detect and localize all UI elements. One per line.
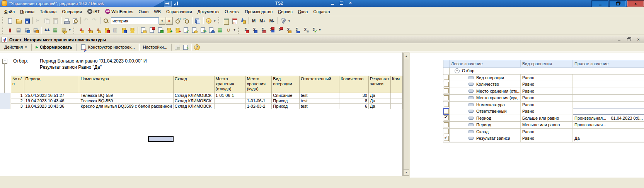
memory-button-m[interactable]: M xyxy=(250,17,257,24)
report-cell[interactable] xyxy=(245,93,272,98)
redo-button[interactable] xyxy=(90,17,99,25)
info-button[interactable] xyxy=(204,17,213,25)
copy-button[interactable] xyxy=(43,17,51,25)
left-value-column-header[interactable]: Левое значение xyxy=(450,60,521,67)
menu-item-windows[interactable]: Окна xyxy=(295,8,311,15)
filter-checkbox[interactable] xyxy=(444,82,449,87)
filter-comparison-cell[interactable]: Равно xyxy=(521,108,573,115)
filter-value-cell[interactable]: Произвольная...01.04.2023 0:0... xyxy=(573,115,644,122)
report-cell[interactable] xyxy=(391,98,402,104)
session-close-button[interactable]: × xyxy=(347,0,354,5)
menu-item-ibt[interactable]: iBT xyxy=(85,8,103,15)
scroll-down-button[interactable]: ▼ xyxy=(403,169,409,176)
collapse-group-button[interactable]: − xyxy=(2,59,7,64)
print-preview-button[interactable] xyxy=(71,17,79,25)
doc-coins-button[interactable] xyxy=(190,26,199,34)
report-window-titlebar[interactable]: Отчет История мест хранения номенклатуры… xyxy=(0,36,644,43)
find-button[interactable] xyxy=(102,17,110,25)
report-people-button[interactable] xyxy=(259,26,267,34)
dropdown-arrow-icon[interactable]: ▾ xyxy=(318,28,322,32)
settings-constructor-button[interactable]: Конструктор настроек... xyxy=(78,43,138,51)
report-flag-blue-button[interactable] xyxy=(267,26,276,34)
report-cell[interactable]: Тележка BQ-559 xyxy=(79,93,173,98)
collapse-minus-icon[interactable]: − xyxy=(455,68,460,73)
filter-comparison-cell[interactable]: Равно xyxy=(521,102,573,108)
menu-item-help[interactable]: Справка xyxy=(310,8,332,15)
paste-button[interactable] xyxy=(51,17,60,25)
buyer-payment-button[interactable] xyxy=(94,26,102,34)
handshake-button[interactable] xyxy=(224,26,233,34)
doc-approve-button[interactable] xyxy=(182,26,190,34)
report-minimize-button[interactable] xyxy=(616,37,622,42)
right-value-column-header[interactable]: Правое значение xyxy=(573,60,644,67)
calculator-button[interactable] xyxy=(222,17,230,25)
filter-checkbox-cell[interactable] xyxy=(443,122,450,128)
actions-menu-button[interactable]: Действия ▼ xyxy=(2,43,30,51)
report-cell[interactable] xyxy=(214,98,245,104)
dropdown-arrow-icon[interactable]: ▾ xyxy=(68,28,72,32)
filter-field-cell[interactable]: Ответственный xyxy=(450,108,521,115)
cut-button[interactable] xyxy=(34,17,43,25)
load-settings-button[interactable] xyxy=(181,43,190,51)
save-button[interactable] xyxy=(23,17,31,25)
filter-field-cell[interactable]: Количество xyxy=(450,81,521,88)
report-cell[interactable] xyxy=(391,93,402,98)
calendar-button[interactable] xyxy=(230,17,239,25)
filter-checkbox-cell[interactable] xyxy=(443,81,450,88)
dropdown-arrow-icon[interactable]: ▾ xyxy=(288,19,291,23)
report-cell[interactable]: Да xyxy=(369,93,391,98)
copies-button[interactable] xyxy=(193,17,202,25)
filter-comparison-cell[interactable]: Больше или равно xyxy=(521,115,573,122)
menu-item-directories[interactable]: Справочники xyxy=(164,8,195,15)
filter-comparison-cell[interactable]: Равно xyxy=(521,81,573,88)
coins-stack-button[interactable] xyxy=(128,26,136,34)
open-button[interactable] xyxy=(14,17,23,25)
menu-item-edit[interactable]: Правка xyxy=(17,8,37,15)
filter-checkbox[interactable] xyxy=(444,136,449,141)
session-minimize-button[interactable] xyxy=(329,0,336,5)
buyer-invoice-button[interactable] xyxy=(85,26,94,34)
report-list-button[interactable] xyxy=(301,26,310,34)
filter-checkbox[interactable] xyxy=(444,88,449,93)
doc-return-button[interactable] xyxy=(156,26,165,34)
filter-value-cell[interactable] xyxy=(573,95,644,101)
comparison-column-header[interactable]: Вид сравнения xyxy=(521,60,573,67)
new-document-button[interactable] xyxy=(6,17,14,25)
filter-checkbox[interactable] xyxy=(444,109,449,114)
session-restore-button[interactable] xyxy=(338,0,345,5)
memory-button-mplus[interactable]: M+ xyxy=(257,17,267,24)
window-close-button[interactable]: x xyxy=(627,0,644,7)
report-cell[interactable] xyxy=(391,104,402,109)
filter-comparison-cell[interactable]: Равно xyxy=(521,88,573,95)
help-button[interactable] xyxy=(193,43,201,51)
report-cell[interactable]: Склад КЛИМОВСК xyxy=(173,93,214,98)
filter-checkbox[interactable] xyxy=(444,102,449,107)
coins-card-button[interactable] xyxy=(119,26,128,34)
filter-checkbox-cell[interactable] xyxy=(443,75,450,81)
find-previous-button[interactable] xyxy=(182,17,191,25)
report-cell[interactable]: 1-01-06-1 xyxy=(245,98,272,104)
scroll-up-button[interactable]: ▲ xyxy=(403,53,409,59)
filter-checkbox-cell[interactable] xyxy=(443,129,450,135)
selected-cell-cursor[interactable] xyxy=(148,136,174,142)
memory-button-mminus[interactable]: M- xyxy=(267,17,276,24)
generate-button[interactable]: ▶ Сформировать xyxy=(33,43,75,51)
window-minimize-button[interactable] xyxy=(591,0,608,7)
report-cell[interactable]: 25.04.2023 16:51:27 xyxy=(24,93,79,98)
report-cell[interactable]: Склад КЛИМОВСК xyxy=(173,104,214,109)
report-person-button[interactable] xyxy=(250,26,259,34)
dropdown-arrow-icon[interactable]: ▾ xyxy=(213,19,216,23)
menu-item-file[interactable]: Файл xyxy=(2,8,17,15)
report-chart-button[interactable] xyxy=(293,26,301,34)
report-cell[interactable]: 8 xyxy=(339,98,369,104)
filter-value-cell[interactable] xyxy=(573,75,644,81)
search-dropdown-button[interactable]: ▼ xyxy=(159,17,165,25)
menu-item-wb[interactable]: WB xyxy=(151,8,164,15)
menu-item-table[interactable]: Таблица xyxy=(37,8,59,15)
filter-checkbox[interactable] xyxy=(444,129,449,134)
filter-comparison-cell[interactable]: Равно xyxy=(521,95,573,101)
report-spreadsheet-area[interactable]: − Отбор: Период Больше или равно "01.04.… xyxy=(0,53,403,176)
print-document-button[interactable] xyxy=(14,26,23,34)
filter-comparison-cell[interactable]: Равно xyxy=(521,135,573,142)
report-cell[interactable]: test xyxy=(299,104,339,109)
